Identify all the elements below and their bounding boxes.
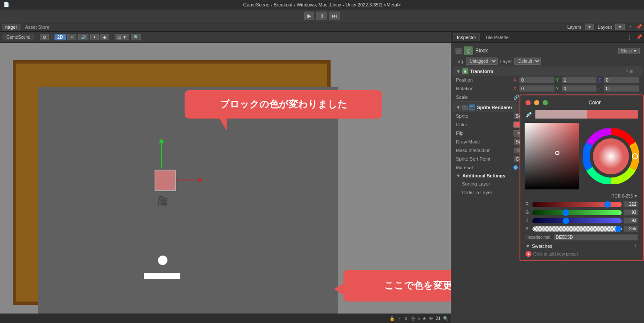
- cp-close-dot[interactable]: [526, 100, 531, 105]
- object-active-checkbox[interactable]: ✓: [456, 48, 462, 54]
- hex-value[interactable]: DE5D5D: [554, 234, 638, 241]
- r-value[interactable]: 222: [623, 201, 638, 207]
- inspector-label: Inspector: [457, 35, 476, 40]
- rotation-z[interactable]: 0: [604, 85, 639, 92]
- b-label: B: [526, 218, 531, 223]
- ry-axis-label: Y: [556, 86, 560, 91]
- inspector-menu[interactable]: ⋮: [627, 34, 633, 41]
- lighting-toggle[interactable]: ☀: [67, 34, 76, 40]
- hue-cursor[interactable]: [632, 153, 638, 159]
- tab-asset-store[interactable]: Asset Store: [21, 24, 53, 30]
- b-value[interactable]: 93: [623, 217, 638, 224]
- cp-minimize-dot[interactable]: [534, 100, 539, 105]
- sprite-renderer-icon: 📷: [469, 104, 475, 110]
- tab-inspector[interactable]: Inspector: [453, 34, 480, 41]
- rgb-mode-arrow[interactable]: ▼: [634, 194, 638, 198]
- step-button[interactable]: ⏭: [329, 12, 340, 20]
- position-x[interactable]: 0: [519, 76, 555, 83]
- color-gradient-box[interactable]: [525, 123, 579, 189]
- cp-maximize-dot[interactable]: [543, 100, 548, 105]
- position-row: Position X 0 Y 1 Z 0: [453, 76, 642, 84]
- game-area: 🎥 ブロックの色が変わりました ここで色を変更できます: [0, 43, 451, 323]
- info-icon: ℹ: [418, 316, 420, 321]
- hex-row: Hexadecimal DE5D5D: [523, 233, 641, 242]
- mode-2d[interactable]: 2D: [55, 34, 66, 40]
- z-axis-label: Z: [598, 78, 602, 82]
- layout-dropdown[interactable]: ▼: [615, 24, 625, 30]
- rotation-row: Rotation X 0 Y 0 Z 0: [453, 84, 642, 93]
- rgb-mode-label: RGB 0-255: [611, 194, 633, 198]
- title-bar-controls: 📄: [3, 2, 9, 7]
- sprite-label: Sprite: [456, 113, 512, 119]
- b-slider[interactable]: [532, 218, 622, 223]
- static-label: Static: [621, 49, 632, 53]
- play-button[interactable]: ▶: [304, 12, 314, 20]
- viewport: GameScene ⚙ 2D ☀ 🔊 ✦ ◆ ▤ ▼ 🔍 🎥: [0, 32, 451, 323]
- position-label: Position: [456, 77, 512, 82]
- transform-actions: ? ≡ ⋮: [626, 69, 639, 74]
- swatches-header: ▼ Swatches ⋮: [523, 242, 641, 250]
- file-icon: 📄: [3, 2, 9, 7]
- star-icon: ★: [422, 316, 426, 321]
- a-value[interactable]: 255: [623, 225, 638, 232]
- mask-label: Mask Interaction: [456, 148, 512, 153]
- more-icon[interactable]: ⋮: [635, 69, 639, 74]
- color-picker-panel: Color 💉: [519, 94, 644, 261]
- swatches-menu[interactable]: ⋮: [633, 243, 638, 249]
- swatches-label: Swatches: [532, 244, 632, 249]
- position-values: X 0 Y 1 Z 0: [513, 76, 639, 83]
- gradient-cursor[interactable]: [555, 151, 559, 155]
- lock-icon: 🔒: [389, 316, 395, 321]
- rotation-x[interactable]: 0: [519, 85, 555, 92]
- settings-icon[interactable]: ≡: [630, 69, 633, 74]
- tab-scene[interactable]: nager: [2, 24, 21, 30]
- link-icon: 🔗: [513, 94, 519, 100]
- search-btn[interactable]: 🔍: [131, 34, 141, 40]
- eyedropper-icon[interactable]: 💉: [526, 111, 533, 118]
- tile-palette-label: Tile Palette: [485, 35, 509, 40]
- viewport-settings[interactable]: ⚙: [40, 34, 49, 40]
- viewport-toolbar: GameScene ⚙ 2D ☀ 🔊 ✦ ◆ ▤ ▼ 🔍: [0, 32, 451, 43]
- inspector-tabs: Inspector Tile Palette ⋮ 📌: [451, 32, 644, 43]
- g-slider[interactable]: [532, 210, 622, 215]
- color-wheel-container[interactable]: [583, 128, 639, 184]
- r-slider[interactable]: [532, 202, 622, 207]
- sorting-layer-label: Sorting Layer: [462, 181, 518, 186]
- view-options[interactable]: ▤ ▼: [115, 34, 129, 40]
- layers-dropdown[interactable]: ▼: [585, 24, 594, 30]
- main-layout: GameScene ⚙ 2D ☀ 🔊 ✦ ◆ ▤ ▼ 🔍 🎥: [0, 32, 644, 323]
- add-icon: ➕: [410, 316, 416, 321]
- position-z[interactable]: 0: [604, 76, 639, 83]
- fx-toggle[interactable]: ✦: [90, 34, 99, 40]
- material-label: Material: [456, 165, 512, 170]
- rotation-values: X 0 Y 0 Z 0: [513, 85, 639, 92]
- dots-icon: ⋮: [397, 316, 401, 321]
- dots-menu[interactable]: ⋮: [628, 24, 633, 30]
- g-value[interactable]: 93: [623, 209, 638, 216]
- g-slider-row: G 93: [523, 208, 641, 216]
- tab-tile-palette[interactable]: Tile Palette: [482, 34, 512, 41]
- sprite-renderer-checkbox[interactable]: ✓: [462, 105, 468, 110]
- rotation-y[interactable]: 0: [562, 85, 597, 92]
- static-button[interactable]: Static ▼: [618, 48, 640, 54]
- transform-header[interactable]: ▼ ⊕ Transform ? ≡ ⋮: [453, 67, 642, 76]
- a-slider[interactable]: [532, 226, 622, 232]
- audio-toggle[interactable]: 🔊: [78, 34, 88, 40]
- gizmos-toggle[interactable]: ◆: [100, 34, 109, 40]
- block-object[interactable]: [155, 170, 176, 191]
- separator-1: [37, 34, 37, 41]
- visibility-count: 21: [436, 316, 440, 321]
- add-swatch-btn[interactable]: ●: [526, 251, 532, 257]
- cp-title: Color: [551, 100, 638, 106]
- layer-dropdown[interactable]: Default: [514, 58, 541, 65]
- pin-btn[interactable]: 📌: [636, 34, 642, 40]
- tag-dropdown[interactable]: Untagged: [466, 58, 498, 65]
- cp-old-new[interactable]: [535, 110, 638, 119]
- pause-button[interactable]: ⏸: [316, 12, 327, 20]
- position-y[interactable]: 1: [562, 76, 597, 83]
- swatches-area: ● Click to add new preset: [523, 250, 641, 258]
- draw-mode-label: Draw Mode: [456, 139, 512, 144]
- y-axis-label: Y: [556, 78, 560, 82]
- question-icon[interactable]: ?: [626, 69, 628, 74]
- pin-icon[interactable]: 📌: [636, 24, 642, 30]
